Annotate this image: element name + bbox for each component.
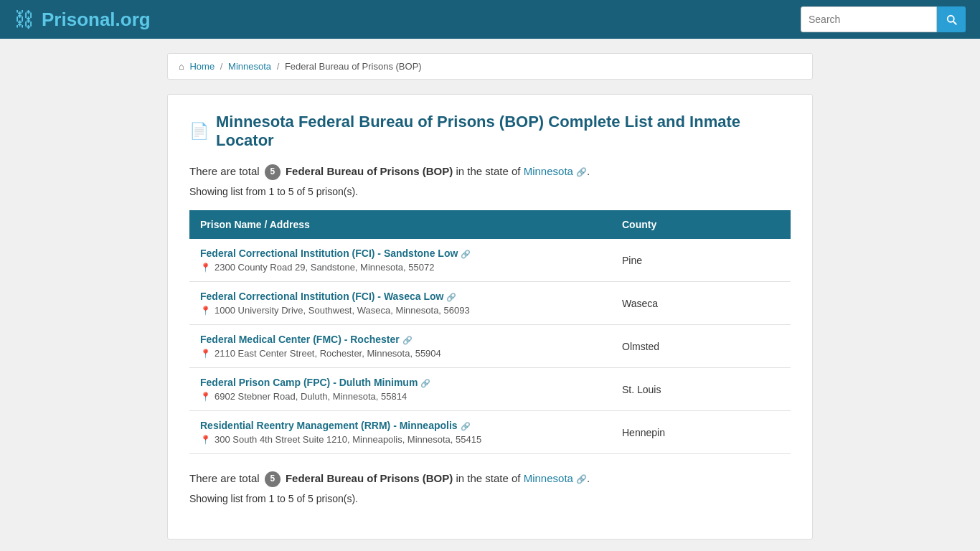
logo-name: Prisonal bbox=[42, 9, 116, 30]
summary-text-top: There are total 5 Federal Bureau of Pris… bbox=[189, 163, 791, 180]
county-cell: Waseca bbox=[611, 282, 791, 325]
prison-name-cell: Federal Medical Center (FMC) - Rochester… bbox=[189, 325, 611, 368]
address-text: 6902 Stebner Road, Duluth, Minnesota, 55… bbox=[215, 391, 407, 402]
table-header-row: Prison Name / Address County bbox=[189, 210, 791, 239]
county-cell: Hennepin bbox=[611, 411, 791, 454]
address-text: 1000 University Drive, Southwest, Waseca… bbox=[215, 305, 470, 316]
prison-name-link[interactable]: Federal Correctional Institution (FCI) -… bbox=[200, 291, 443, 302]
main-content: 📄 Minnesota Federal Bureau of Prisons (B… bbox=[167, 94, 813, 540]
site-header: ⛓ Prisonal.org bbox=[0, 0, 980, 39]
col-prison-name: Prison Name / Address bbox=[189, 210, 611, 239]
chain-link-icon: 🔗 bbox=[461, 250, 471, 258]
address-text: 2110 East Center Street, Rochester, Minn… bbox=[215, 348, 441, 359]
table-row: Federal Prison Camp (FPC) - Duluth Minim… bbox=[189, 368, 791, 411]
prison-name-cell: Federal Correctional Institution (FCI) -… bbox=[189, 282, 611, 325]
map-pin-icon: 📍 bbox=[200, 263, 211, 273]
prison-name-cell: Federal Prison Camp (FPC) - Duluth Minim… bbox=[189, 368, 611, 411]
logo-text: Prisonal.org bbox=[42, 9, 151, 31]
address-text: 2300 County Road 29, Sandstone, Minnesot… bbox=[215, 262, 434, 273]
search-icon bbox=[945, 13, 958, 26]
prison-name-cell: Federal Correctional Institution (FCI) -… bbox=[189, 239, 611, 282]
bottom-summary: There are total 5 Federal Bureau of Pris… bbox=[189, 470, 791, 504]
prison-address: 📍2300 County Road 29, Sandstone, Minneso… bbox=[200, 262, 600, 273]
chain-link-icon: 🔗 bbox=[446, 293, 456, 301]
prison-address: 📍300 South 4th Street Suite 1210, Minnea… bbox=[200, 434, 600, 445]
table-row: Federal Medical Center (FMC) - Rochester… bbox=[189, 325, 791, 368]
map-pin-icon: 📍 bbox=[200, 435, 211, 445]
county-cell: Olmsted bbox=[611, 325, 791, 368]
chain-link-icon: 🔗 bbox=[461, 422, 471, 430]
prisons-table: Prison Name / Address County Federal Cor… bbox=[189, 210, 791, 454]
breadcrumb: ⌂ Home / Minnesota / Federal Bureau of P… bbox=[167, 53, 813, 80]
count-badge-bottom: 5 bbox=[265, 471, 281, 487]
prison-name-cell: Residential Reentry Management (RRM) - M… bbox=[189, 411, 611, 454]
page-title: 📄 Minnesota Federal Bureau of Prisons (B… bbox=[189, 113, 791, 150]
breadcrumb-current: Federal Bureau of Prisons (BOP) bbox=[285, 61, 422, 72]
summary-text-bottom: There are total 5 Federal Bureau of Pris… bbox=[189, 470, 791, 487]
county-cell: St. Louis bbox=[611, 368, 791, 411]
state-link-bottom[interactable]: Minnesota bbox=[524, 472, 573, 484]
map-pin-icon: 📍 bbox=[200, 392, 211, 402]
table-row: Federal Correctional Institution (FCI) -… bbox=[189, 282, 791, 325]
prison-name-link[interactable]: Federal Medical Center (FMC) - Rochester bbox=[200, 334, 400, 345]
search-input[interactable] bbox=[801, 6, 937, 32]
county-cell: Pine bbox=[611, 239, 791, 282]
table-row: Federal Correctional Institution (FCI) -… bbox=[189, 239, 791, 282]
page-wrapper: ⌂ Home / Minnesota / Federal Bureau of P… bbox=[167, 39, 813, 551]
prison-name-link[interactable]: Federal Prison Camp (FPC) - Duluth Minim… bbox=[200, 377, 418, 388]
link-anchor-icon-top: 🔗 bbox=[576, 167, 587, 177]
home-icon: ⌂ bbox=[179, 61, 184, 72]
breadcrumb-home[interactable]: Home bbox=[189, 61, 215, 72]
count-badge-top: 5 bbox=[265, 164, 281, 180]
search-button[interactable] bbox=[937, 6, 966, 32]
chain-link-icon: 🔗 bbox=[420, 379, 430, 387]
map-pin-icon: 📍 bbox=[200, 349, 211, 359]
breadcrumb-state[interactable]: Minnesota bbox=[228, 61, 271, 72]
document-icon: 📄 bbox=[189, 122, 209, 141]
address-text: 300 South 4th Street Suite 1210, Minneap… bbox=[215, 434, 481, 445]
table-row: Residential Reentry Management (RRM) - M… bbox=[189, 411, 791, 454]
breadcrumb-sep2: / bbox=[277, 61, 280, 72]
logo-area: ⛓ Prisonal.org bbox=[14, 8, 151, 32]
link-anchor-icon-bottom: 🔗 bbox=[576, 474, 587, 484]
map-pin-icon: 📍 bbox=[200, 306, 211, 316]
search-area bbox=[801, 6, 966, 32]
prison-address: 📍1000 University Drive, Southwest, Wasec… bbox=[200, 305, 600, 316]
state-link-top[interactable]: Minnesota bbox=[524, 165, 573, 177]
prison-address: 📍2110 East Center Street, Rochester, Min… bbox=[200, 348, 600, 359]
breadcrumb-sep1: / bbox=[220, 61, 223, 72]
col-county: County bbox=[611, 210, 791, 239]
prison-address: 📍6902 Stebner Road, Duluth, Minnesota, 5… bbox=[200, 391, 600, 402]
prison-name-link[interactable]: Federal Correctional Institution (FCI) -… bbox=[200, 248, 458, 259]
prison-name-link[interactable]: Residential Reentry Management (RRM) - M… bbox=[200, 420, 458, 431]
logo-icon: ⛓ bbox=[14, 8, 34, 32]
showing-text-bottom: Showing list from 1 to 5 of 5 prison(s). bbox=[189, 493, 791, 504]
showing-text-top: Showing list from 1 to 5 of 5 prison(s). bbox=[189, 186, 791, 197]
chain-link-icon: 🔗 bbox=[402, 336, 413, 344]
logo-tld: .org bbox=[116, 9, 151, 30]
